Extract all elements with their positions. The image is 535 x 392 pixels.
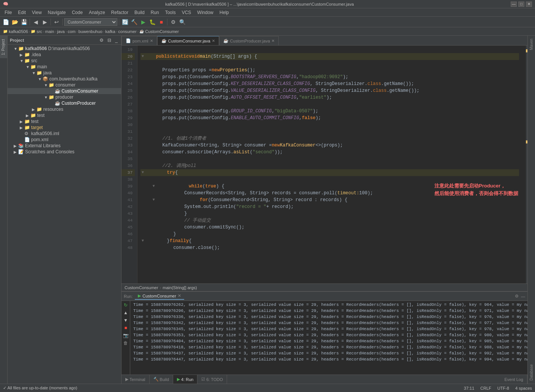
tree-item-ext-libs[interactable]: ▶ 📚 External Libraries: [8, 143, 121, 149]
menu-edit[interactable]: Edit: [15, 9, 29, 16]
new-file-button[interactable]: 📄: [2, 18, 10, 26]
run-down-button[interactable]: ▼: [122, 317, 129, 324]
save-button[interactable]: 💾: [20, 18, 28, 26]
breadcrumb-buwenbuhuo[interactable]: buwenbuhuo: [79, 29, 103, 34]
bottom-tab-run[interactable]: ▶ 4: Run: [173, 375, 197, 384]
run-line-7: Time = 1588780976418, serialized key siz…: [133, 344, 524, 350]
run-config-dropdown[interactable]: CustomConsumer: [64, 18, 117, 26]
bottom-tab-build[interactable]: 🔨 Build: [150, 375, 173, 384]
run-output[interactable]: Time = 1588780976262, serialized key siz…: [130, 301, 527, 375]
tree-item-src[interactable]: ▼ 📁 src: [8, 58, 121, 64]
tree-item-test2[interactable]: ▶ 📁 test: [8, 118, 121, 124]
bottom-tab-terminal[interactable]: ▶ Terminal: [122, 375, 150, 384]
breadcrumb-com[interactable]: com: [68, 29, 76, 34]
indent-size[interactable]: 4 spaces: [515, 386, 532, 390]
search-button[interactable]: 🔍: [178, 18, 186, 26]
tab-customconsumer[interactable]: ☕ CustomConsumer.java ✕: [157, 36, 219, 45]
line-ending[interactable]: CRLF: [480, 386, 491, 390]
minimize-button[interactable]: —: [511, 2, 517, 7]
panel-settings-button[interactable]: ⚙: [98, 37, 105, 43]
tree-item-customproducer[interactable]: ☕ CustomProducer: [8, 100, 121, 106]
run-stop-button[interactable]: ■: [122, 324, 129, 331]
database-tab[interactable]: Database: [528, 361, 535, 384]
tab-pom[interactable]: 📄 pom.xml ✕: [122, 36, 157, 45]
sync-button[interactable]: 🔄: [121, 18, 129, 26]
tree-item-test[interactable]: ▶ 📁 test: [8, 112, 121, 118]
back-button[interactable]: ◀: [32, 18, 40, 26]
tree-item-java[interactable]: ▼ 📁 java: [8, 70, 121, 76]
maximize-button[interactable]: □: [518, 2, 524, 7]
run-button[interactable]: ▶: [139, 18, 147, 26]
project-tab-strip[interactable]: 1: Project: [0, 36, 7, 58]
tree-item-package[interactable]: ▼ 📦 com.buwenbuhuo.kafka: [8, 76, 121, 82]
tree-item-target[interactable]: ▶ 📁 target: [8, 124, 121, 131]
breadcrumb-src[interactable]: 📁 src: [31, 29, 42, 34]
run-trash-button[interactable]: 🗑: [122, 340, 129, 346]
panel-minimize-button[interactable]: _: [114, 37, 119, 43]
menu-tools[interactable]: Tools: [162, 9, 179, 16]
menu-vcs[interactable]: VCS: [179, 9, 194, 16]
tree-item-pom[interactable]: 📄 pom.xml: [8, 137, 121, 143]
debug-button[interactable]: 🐛: [148, 18, 156, 26]
tree-item-resources[interactable]: ▶ 📁 resources: [8, 106, 121, 112]
menu-analyze[interactable]: Analyze: [86, 9, 108, 16]
run-up-button[interactable]: ▲: [122, 309, 129, 316]
menu-code[interactable]: Code: [69, 9, 86, 16]
event-log-tab[interactable]: Event Log: [500, 375, 527, 384]
tree-item-idea[interactable]: ▶ 📁 .idea: [8, 52, 121, 58]
fold-btn-41[interactable]: ▼: [152, 198, 156, 202]
run-restart-button[interactable]: ↻: [122, 302, 129, 309]
run-tab-customconsumer[interactable]: ▶ CustomConsumer ✕: [135, 293, 184, 300]
encoding[interactable]: UTF-8: [497, 386, 509, 390]
cursor-position[interactable]: 37:11: [464, 386, 475, 390]
menu-run[interactable]: Run: [148, 9, 162, 16]
menu-navigate[interactable]: Navigate: [45, 9, 69, 16]
run-minimize-button[interactable]: —: [521, 294, 525, 299]
maven-tab[interactable]: Maven: [528, 36, 535, 53]
forward-button[interactable]: ▶: [41, 18, 49, 26]
line-num-28: 28: [122, 108, 135, 115]
run-camera-button[interactable]: 📷: [122, 332, 129, 339]
breadcrumb-consumer[interactable]: consumer: [118, 29, 136, 34]
tree-item-customconsumer[interactable]: ☕ CustomConsumer: [8, 88, 121, 94]
breadcrumb-main[interactable]: main: [45, 29, 54, 34]
customproducer-tab-close[interactable]: ✕: [271, 39, 275, 43]
tree-item-main[interactable]: ▼ 📁 main: [8, 64, 121, 70]
customconsumer-tab-icon: ☕: [161, 38, 167, 43]
code-line-40: ConsumerRecords<String, String> records …: [140, 190, 519, 197]
fold-btn-37[interactable]: ▼: [140, 170, 145, 175]
breadcrumb-java[interactable]: java: [57, 29, 65, 34]
menu-help[interactable]: Help: [216, 9, 232, 16]
build-button[interactable]: 🔨: [130, 18, 138, 26]
menu-view[interactable]: View: [29, 9, 45, 16]
fold-btn-20[interactable]: ▼: [140, 54, 145, 59]
fold-btn-39[interactable]: ▼: [152, 184, 156, 189]
tree-item-producer[interactable]: ▼ 📁 producer: [8, 94, 121, 100]
menu-build[interactable]: Build: [131, 9, 148, 16]
close-button[interactable]: ✕: [526, 2, 532, 7]
tree-item-consumer[interactable]: ▼ 📁 consumer: [8, 82, 121, 88]
code-content[interactable]: ▼ public static void main(String[] args)…: [137, 46, 522, 283]
tab-customproducer[interactable]: ☕ CustomProducer.java ✕: [219, 36, 279, 45]
run-settings-button[interactable]: ⚙: [515, 294, 519, 299]
undo-button[interactable]: ↩: [52, 18, 61, 26]
breadcrumb-customconsumer[interactable]: ☕ CustomConsumer: [139, 29, 179, 34]
menu-window[interactable]: Window: [194, 9, 216, 16]
open-button[interactable]: 📂: [11, 18, 19, 26]
tree-item-kafka0506[interactable]: ▼ 📁 kafka0506 D:\maven\kafka0506: [8, 46, 121, 52]
stop-button[interactable]: ■: [157, 18, 166, 26]
tree-item-scratches[interactable]: ▶ 📝 Scratches and Consoles: [8, 149, 121, 155]
menu-refactor[interactable]: Refactor: [108, 9, 131, 16]
menu-file[interactable]: File: [2, 9, 15, 16]
bottom-tab-todo[interactable]: ☑ 6: TODO: [197, 375, 227, 384]
tree-item-iml[interactable]: ⚙ kafka0506.iml: [8, 131, 121, 137]
run-tab-close[interactable]: ✕: [178, 293, 181, 298]
customconsumer-tab-close[interactable]: ✕: [212, 39, 215, 43]
run-tab-label: CustomConsumer: [142, 294, 176, 298]
settings-button[interactable]: ⚙: [169, 18, 177, 26]
pom-tab-close[interactable]: ✕: [150, 39, 153, 43]
fold-btn-47[interactable]: ▼: [140, 239, 145, 243]
panel-layout-button[interactable]: ⊟: [106, 37, 112, 43]
breadcrumb-kafka0506[interactable]: 📁 kafka0506: [3, 29, 28, 34]
breadcrumb-kafka[interactable]: kafka: [105, 29, 115, 34]
